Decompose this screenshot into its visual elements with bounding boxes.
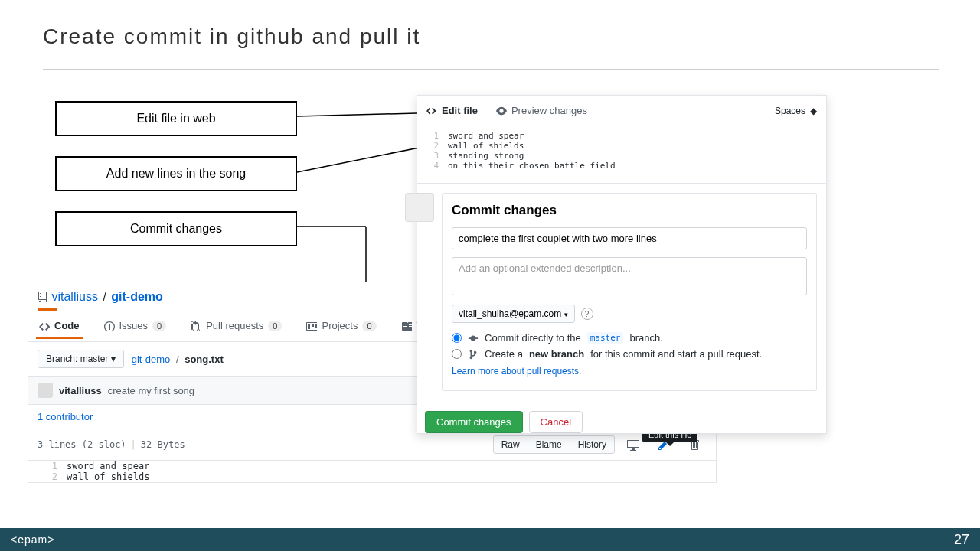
indent-mode-select[interactable]: Spaces◆ <box>775 106 817 116</box>
projects-count: 0 <box>362 321 376 331</box>
radio-new-text-pre: Create a <box>485 348 523 360</box>
tab-issues-label: Issues <box>119 320 149 331</box>
edit-tabs: Edit file Preview changes Spaces◆ <box>417 96 826 126</box>
commit-changes-button[interactable]: Commit changes <box>425 411 523 433</box>
git-commit-icon <box>468 333 479 344</box>
radio-commit-direct[interactable]: Commit directly to the master branch. <box>452 332 807 344</box>
blob-toolbar: 3 lines (2 sloc) | 32 Bytes Raw Blame Hi… <box>28 429 716 461</box>
commit-form: Commit changes Add an optional extended … <box>442 193 817 391</box>
blob-info-bytes: 32 Bytes <box>141 439 185 450</box>
tab-preview-changes[interactable]: Preview changes <box>496 97 587 124</box>
tab-edit-file[interactable]: Edit file <box>426 97 478 124</box>
repo-icon <box>38 292 48 302</box>
eye-icon <box>496 106 507 116</box>
svg-line-0 <box>297 113 416 116</box>
learn-more-link[interactable]: Learn more about pull requests. <box>452 366 581 377</box>
code-line: 2wall of shields <box>28 471 716 482</box>
code-icon <box>426 106 437 116</box>
author-email-select[interactable]: vitali_shulha@epam.com ▾ <box>452 305 575 323</box>
issue-icon <box>104 321 115 331</box>
page-number: 27 <box>954 532 969 548</box>
radio-direct-text-post: branch. <box>629 332 662 344</box>
avatar <box>38 383 53 398</box>
commit-title-input[interactable] <box>452 227 807 249</box>
tab-issues[interactable]: Issues 0 <box>101 314 170 339</box>
cancel-button[interactable]: Cancel <box>529 411 583 433</box>
callout-add-lines: Add new lines in the song <box>55 156 297 191</box>
branch-select-button[interactable]: Branch: master ▾ <box>38 350 124 368</box>
breadcrumb-sep: / <box>176 354 179 365</box>
commit-author[interactable]: vitalliuss <box>59 385 102 396</box>
callout-edit-file: Edit file in web <box>55 101 297 136</box>
author-avatar <box>405 193 434 222</box>
breadcrumb: git-demo / song.txt <box>132 354 224 365</box>
blob-info-sep: | <box>131 439 136 450</box>
blame-button[interactable]: Blame <box>528 435 570 454</box>
editor-content[interactable]: 1sword and spear 2wall of shields 3stand… <box>417 126 826 175</box>
radio-new-text-bold: new branch <box>529 348 584 360</box>
radio-new-text-post: for this commit and start a pull request… <box>590 348 762 360</box>
tab-edit-label: Edit file <box>442 105 478 116</box>
code-icon <box>39 321 50 331</box>
tab-projects[interactable]: Projects 0 <box>303 314 379 339</box>
commit-message: create my first song <box>108 385 194 396</box>
title-underline <box>43 69 939 70</box>
author-email-row: vitali_shulha@epam.com ▾ ? <box>452 305 807 323</box>
tab-code-label: Code <box>54 320 80 331</box>
tab-code[interactable]: Code <box>36 314 83 339</box>
breadcrumb-file: song.txt <box>185 354 224 365</box>
tab-pulls-label: Pull requests <box>206 320 263 331</box>
history-button[interactable]: History <box>570 435 615 454</box>
issues-count: 0 <box>152 321 166 331</box>
project-icon <box>306 321 317 331</box>
github-edit-panel: Edit file Preview changes Spaces◆ 1sword… <box>416 95 827 434</box>
repo-link[interactable]: git-demo <box>111 290 163 303</box>
tab-preview-label: Preview changes <box>511 105 587 116</box>
slide-footer: <epam> 27 <box>0 528 980 551</box>
pull-request-icon <box>191 321 201 331</box>
radio-new-branch[interactable]: Create a new branch for this commit and … <box>452 348 807 377</box>
pulls-count: 0 <box>268 321 282 331</box>
blob-info-lines: 3 lines (2 sloc) <box>38 439 126 450</box>
commit-description-input[interactable]: Add an optional extended description... <box>452 257 807 295</box>
radio-direct-input[interactable] <box>452 333 462 343</box>
raw-button[interactable]: Raw <box>493 435 528 454</box>
tab-pull-requests[interactable]: Pull requests 0 <box>188 314 285 339</box>
help-icon[interactable]: ? <box>581 308 593 320</box>
radio-direct-text-pre: Commit directly to the <box>485 332 581 344</box>
code-line: 1sword and spear <box>28 461 716 471</box>
epam-logo: <epam> <box>11 533 54 546</box>
callout-commit-changes: Commit changes <box>55 211 297 246</box>
breadcrumb-repo-link[interactable]: git-demo <box>132 354 171 365</box>
tab-projects-label: Projects <box>322 320 358 331</box>
radio-new-input[interactable] <box>452 349 462 359</box>
commit-heading: Commit changes <box>452 203 807 218</box>
commit-panel: Commit changes Add an optional extended … <box>417 183 826 400</box>
book-icon <box>401 321 412 331</box>
git-branch-icon <box>468 349 479 360</box>
slide-title: Create commit in github and pull it <box>43 24 420 49</box>
commit-actions: Commit changes Cancel <box>417 411 826 433</box>
owner-link[interactable]: vitalliuss <box>51 290 97 303</box>
file-content: 1sword and spear 2wall of shields <box>28 461 716 482</box>
branch-tag: master <box>587 332 624 344</box>
